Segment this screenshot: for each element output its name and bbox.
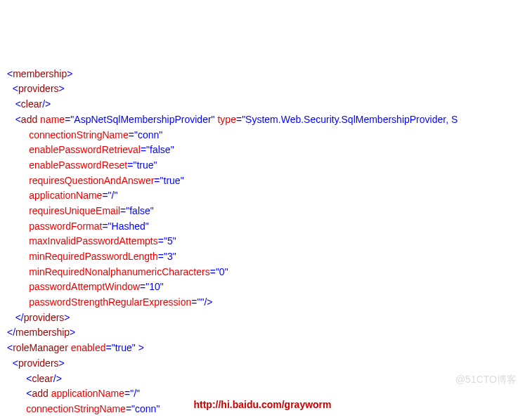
attr-enablepasswordretrieval: enablePasswordRetrieval xyxy=(29,144,141,155)
attr-name: name xyxy=(40,114,65,125)
tag-providers: providers xyxy=(18,83,59,94)
val-mem-type: System.Web.Security.SqlMembershipProvide… xyxy=(245,114,458,125)
attr-passwordattemptwindow: passwordAttemptWindow xyxy=(29,281,140,292)
attr-connectionstringname2: connectionStringName xyxy=(26,403,126,414)
attr-maxinvalidpasswordattempts: maxInvalidPasswordAttempts xyxy=(29,235,158,247)
attr-enablepasswordreset: enablePasswordReset xyxy=(29,159,127,171)
val-mem-name: AspNetSqlMembershipProvider xyxy=(74,114,211,125)
attr-applicationname2: applicationName xyxy=(51,388,124,399)
val-true2: true xyxy=(164,175,181,186)
tag-add: add xyxy=(21,114,37,125)
attr-applicationname: applicationName xyxy=(29,190,102,201)
attr-requiresquestionandanswer: requiresQuestionAndAnswer xyxy=(29,175,154,186)
val-ten: 10 xyxy=(149,281,160,292)
tag-clear2: clear xyxy=(32,373,53,384)
val-three: 3 xyxy=(167,251,173,262)
val-false2: false xyxy=(129,205,150,216)
watermark-text: @51CTO博客 xyxy=(455,372,517,388)
footer-url: http://hi.baidu.com/grayworm xyxy=(193,398,331,413)
val-zero: 0 xyxy=(219,266,225,277)
attr-passwordformat: passwordFormat xyxy=(29,221,102,232)
val-true1: true xyxy=(136,159,153,171)
tag-add2: add xyxy=(32,388,48,399)
val-conn1: conn xyxy=(138,129,159,140)
attr-minrequirednonalphanumericcharacters: minRequiredNonalphanumericCharacters xyxy=(29,266,210,277)
tag-clear: clear xyxy=(21,98,42,110)
attr-type: type xyxy=(217,114,235,125)
tag-providers-close: providers xyxy=(24,312,65,323)
xml-code-block: <membership> <providers> <clear/> <add n… xyxy=(7,67,518,420)
attr-minrequiredpasswordlength: minRequiredPasswordLength xyxy=(29,251,158,262)
attr-connectionstringname: connectionStringName xyxy=(29,129,129,140)
val-conn2: conn xyxy=(135,403,156,414)
attr-passwordstrengthregularexpression: passwordStrengthRegularExpression xyxy=(29,296,191,308)
tag-membership-close: membership xyxy=(15,327,70,338)
tag-membership: membership xyxy=(13,68,67,79)
attr-enabled: enabled xyxy=(71,342,106,353)
attr-requiresuniqueemail: requiresUniqueEmail xyxy=(29,205,120,216)
val-hashed: Hashed xyxy=(112,221,145,232)
tag-providers2: providers xyxy=(18,357,59,369)
val-true3: true xyxy=(115,342,132,353)
val-five: 5 xyxy=(167,235,173,247)
tag-rolemanager: roleManager xyxy=(13,342,68,353)
val-false1: false xyxy=(150,144,171,155)
